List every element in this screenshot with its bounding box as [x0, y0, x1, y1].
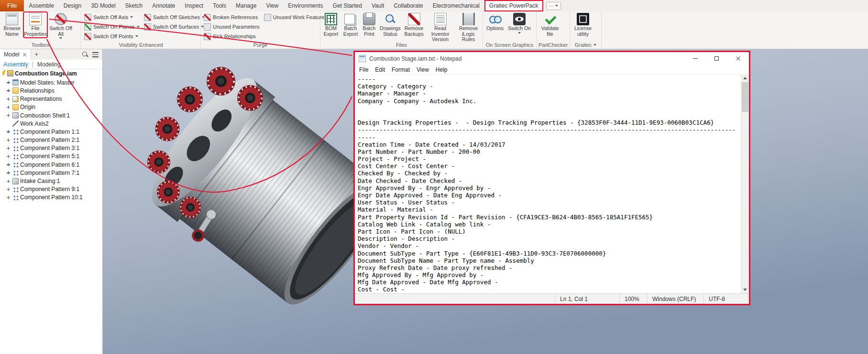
add-browser-tab-button[interactable]: +: [31, 49, 42, 60]
tree-item[interactable]: Component Pattern 9:1: [0, 185, 102, 193]
tab-tools[interactable]: Tools: [208, 0, 231, 11]
tab-vault[interactable]: Vault: [367, 0, 389, 11]
switch-off-points-button[interactable]: Switch Off Points: [83, 32, 141, 41]
tree-item[interactable]: Relationships: [0, 86, 102, 95]
tree-item-root-assembly[interactable]: Combustion Stage.iam: [0, 69, 102, 77]
expand-icon[interactable]: [6, 97, 11, 102]
tree-item[interactable]: Intake Casing:1: [0, 177, 102, 185]
expand-icon[interactable]: [6, 179, 11, 184]
menu-help[interactable]: Help: [432, 65, 451, 74]
tab-3d-model[interactable]: 3D Model: [86, 0, 120, 11]
search-icon[interactable]: [82, 51, 88, 58]
notepad-text-line: Document SubType - Part Type - {E60F81E1…: [358, 250, 741, 257]
close-icon[interactable]: [22, 53, 27, 57]
file-properties-button[interactable]: File Properties: [24, 12, 47, 37]
expand-icon[interactable]: [6, 88, 11, 93]
tab-graitec-powerpack[interactable]: Graitec PowerPack: [484, 0, 543, 11]
remove-ilogic-rules-button[interactable]: Remove iLogic Rules: [456, 12, 481, 43]
expand-icon[interactable]: [6, 80, 11, 85]
ribbon-group-label-graitec[interactable]: Graitec: [570, 41, 601, 49]
tab-assemble[interactable]: Assemble: [24, 0, 59, 11]
unused-work-features-button[interactable]: Unused Work Features: [263, 12, 329, 22]
browse-name-button[interactable]: Browse Name: [1, 12, 22, 37]
zoom-level-status: 100%: [619, 294, 647, 304]
switch-off-sketches-button[interactable]: Switch Off Sketches: [143, 12, 206, 22]
switch-off-surfaces-icon: [144, 23, 151, 31]
read-inventor-version-button[interactable]: Read Inventor Version: [426, 12, 454, 43]
tab-annotate[interactable]: Annotate: [147, 0, 180, 11]
ribbon-group-purge: Broken References Unused Parameters Sick…: [201, 11, 320, 49]
tab-manage[interactable]: Manage: [231, 0, 261, 11]
expand-icon[interactable]: [6, 162, 11, 167]
tab-design[interactable]: Design: [59, 0, 86, 11]
scroll-down-button[interactable]: [741, 286, 749, 293]
validate-file-button[interactable]: Validate file: [538, 12, 562, 37]
license-utility-button[interactable]: License utility: [571, 12, 594, 37]
tree-item[interactable]: Origin: [0, 103, 102, 111]
expand-icon[interactable]: [6, 105, 11, 110]
switch-on-button[interactable]: Switch On: [507, 12, 532, 34]
notepad-app-icon: [359, 55, 366, 62]
switch-off-surfaces-button[interactable]: Switch Off Surfaces: [143, 22, 206, 32]
tab-get-started[interactable]: Get Started: [328, 0, 367, 11]
expand-icon[interactable]: [6, 187, 11, 192]
close-button[interactable]: [727, 52, 749, 65]
broken-references-button[interactable]: Broken References: [202, 12, 261, 22]
switch-off-axis-button[interactable]: Switch Off Axis: [83, 12, 141, 22]
remove-backups-button[interactable]: Remove Backups: [403, 12, 425, 37]
maximize-button[interactable]: [706, 52, 727, 65]
expand-icon[interactable]: [6, 154, 11, 159]
vertical-scrollbar[interactable]: [741, 75, 749, 293]
tree-item[interactable]: Combustion Shell:1: [0, 111, 102, 119]
menu-view[interactable]: View: [413, 65, 432, 74]
file-menu-button[interactable]: File: [0, 0, 24, 11]
tree-item[interactable]: Component Pattern 10:1: [0, 193, 102, 202]
tab-environments[interactable]: Environments: [283, 0, 328, 11]
switch-off-all-button[interactable]: Switch Off All: [48, 12, 73, 40]
hamburger-menu-icon[interactable]: [92, 52, 99, 57]
menu-format[interactable]: Format: [388, 65, 413, 74]
batch-print-button[interactable]: Batch Print: [361, 12, 377, 37]
notepad-text-line: -----: [358, 134, 741, 141]
notepad-title-bar[interactable]: Combustion Stage.iam.txt - Notepad: [355, 52, 749, 65]
expand-icon[interactable]: [6, 138, 11, 143]
switch-on-planes-button[interactable]: Switch On Planes: [83, 22, 141, 32]
ribbon-display-options-button[interactable]: ···: [546, 2, 561, 10]
expand-icon[interactable]: [6, 113, 11, 118]
notepad-text-area[interactable]: ----- Category - Category - Manager - Ma…: [355, 75, 741, 293]
tree-item[interactable]: Work Axis2: [0, 119, 102, 128]
bom-export-button[interactable]: BOM Export: [322, 12, 340, 37]
tree-item[interactable]: Component Pattern 2:1: [0, 136, 102, 144]
tree-item[interactable]: Component Pattern 5:1: [0, 152, 102, 161]
tab-collaborate[interactable]: Collaborate: [389, 0, 428, 11]
scrollbar-thumb[interactable]: [742, 82, 748, 112]
drawings-status-button[interactable]: Drawings Status: [379, 12, 402, 37]
menu-file[interactable]: File: [356, 65, 372, 74]
scroll-up-button[interactable]: [741, 75, 749, 82]
options-button[interactable]: Options: [484, 12, 505, 32]
tab-view[interactable]: View: [261, 0, 283, 11]
ribbon-group-on-screen-graphics: Options Switch On On Screen Graphics: [483, 11, 537, 49]
tree-item[interactable]: Model States: Master: [0, 78, 102, 86]
expand-icon[interactable]: [6, 195, 11, 200]
minimize-button[interactable]: [684, 52, 706, 65]
batch-export-button[interactable]: Batch Export: [341, 12, 360, 37]
tab-assembly[interactable]: Assembly: [3, 61, 28, 68]
tab-sketch[interactable]: Sketch: [121, 0, 148, 11]
unused-parameters-button[interactable]: Unused Parameters: [202, 22, 261, 32]
tree-item[interactable]: Representations: [0, 95, 102, 103]
tree-item[interactable]: Component Pattern 3:1: [0, 144, 102, 152]
browser-tab-model[interactable]: Model: [0, 49, 31, 60]
tab-electromechanical[interactable]: Electromechanical: [428, 0, 484, 11]
expand-icon[interactable]: [6, 146, 11, 151]
tree-item[interactable]: Component Pattern 6:1: [0, 161, 102, 169]
tab-inspect[interactable]: Inspect: [180, 0, 208, 11]
expand-icon[interactable]: [6, 170, 11, 175]
tab-modeling[interactable]: Modeling: [37, 61, 61, 68]
tree-item[interactable]: Component Pattern 1:1: [0, 128, 102, 136]
tree-item[interactable]: Component Pattern 7:1: [0, 169, 102, 177]
notepad-text-line: [358, 112, 741, 119]
expand-icon[interactable]: [6, 129, 11, 134]
menu-edit[interactable]: Edit: [372, 65, 388, 74]
sick-relationships-button[interactable]: Sick Relationships: [202, 32, 261, 41]
